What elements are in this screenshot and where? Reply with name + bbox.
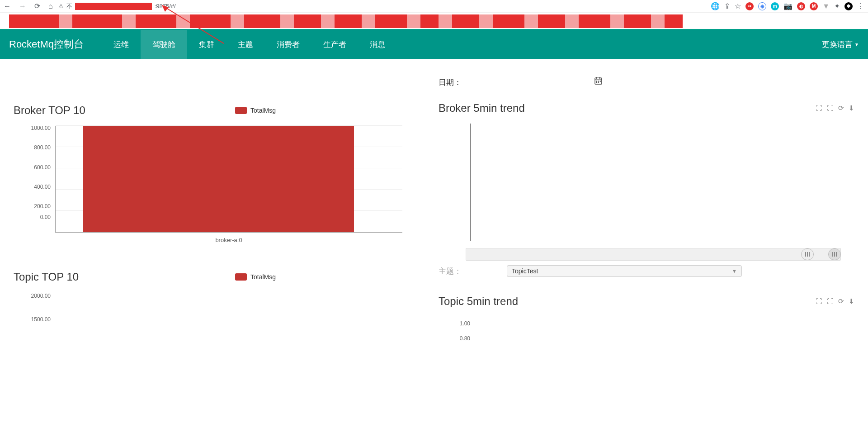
topic-select[interactable]: TopicTest ▼ <box>507 265 742 277</box>
nav-item-consumer[interactable]: 消费者 <box>265 30 311 59</box>
calendar-icon[interactable] <box>594 77 602 86</box>
broker-top10-chart: 0.00 200.00 400.00 600.00 800.00 1000.00… <box>27 126 402 243</box>
chevron-down-icon[interactable]: ▼ <box>822 2 830 10</box>
slider-handle-right[interactable] <box>828 248 841 260</box>
zoom-icon[interactable]: ⛶ <box>816 104 822 112</box>
zoom-icon[interactable]: ⛶ <box>816 297 822 305</box>
panel-topic-trend: Topic 5min trend ⛶ ⛶ ⟳ ⬇ 1.00 0.80 <box>439 295 854 344</box>
chart-tools: ⛶ ⛶ ⟳ ⬇ <box>816 104 854 112</box>
y-tick: 0.00 <box>40 214 51 220</box>
nav-item-message[interactable]: 消息 <box>358 30 397 59</box>
topic-select-value: TopicTest <box>512 267 732 275</box>
ext-icon-1[interactable]: •• <box>745 2 754 10</box>
translate-icon[interactable]: 🌐 <box>711 2 720 10</box>
topic-select-row: 主题： TopicTest ▼ <box>439 265 841 277</box>
svg-rect-5 <box>600 77 601 79</box>
legend[interactable]: TotalMsg <box>235 273 276 281</box>
date-label: 日期： <box>439 77 462 88</box>
panel-title: Broker 5min trend <box>439 102 525 114</box>
legend-label: TotalMsg <box>250 107 276 114</box>
legend-label: TotalMsg <box>250 273 276 281</box>
svg-rect-9 <box>596 82 597 83</box>
svg-rect-8 <box>600 81 601 82</box>
svg-rect-7 <box>598 81 599 82</box>
share-icon[interactable]: ⇪ <box>724 2 730 10</box>
x-label: broker-a:0 <box>55 237 402 243</box>
address-bar[interactable]: ⚠ 不 :9875/#/ <box>58 2 705 10</box>
ext-icon-2[interactable]: ◉ <box>758 2 766 10</box>
camera-icon[interactable]: 📷 <box>783 2 793 10</box>
brand[interactable]: RocketMq控制台 <box>9 38 84 51</box>
panel-title: Topic 5min trend <box>439 295 518 308</box>
time-slider[interactable] <box>466 248 841 261</box>
panel-topic-top10: Topic TOP 10 TotalMsg 2000.00 1500.00 <box>14 271 429 338</box>
home-icon[interactable]: ⌂ <box>48 2 53 10</box>
svg-rect-10 <box>598 82 599 83</box>
menu-icon[interactable]: ⋮ <box>857 2 864 10</box>
reset-zoom-icon[interactable]: ⛶ <box>827 104 834 112</box>
redacted-block <box>75 3 152 10</box>
topic-top10-chart: 2000.00 1500.00 <box>27 292 402 338</box>
url-warn: 不 <box>66 2 72 10</box>
censor-strip <box>0 13 868 30</box>
star-icon[interactable]: ☆ <box>735 2 741 10</box>
legend-swatch <box>235 273 247 281</box>
caret-down-icon: ▼ <box>732 268 737 274</box>
ext-icon-3[interactable]: m <box>771 2 779 10</box>
svg-line-0 <box>165 7 224 43</box>
download-icon[interactable]: ⬇ <box>849 297 854 305</box>
top-nav: RocketMq控制台 运维 驾驶舱 集群 主题 消费者 生产者 消息 更换语言… <box>0 30 868 59</box>
topic-label: 主题： <box>439 266 462 276</box>
nav-items: 运维 驾驶舱 集群 主题 消费者 生产者 消息 <box>102 30 397 59</box>
extension-icons: 🌐 ⇪ ☆ •• ◉ m 📷 ◐ M ▼ ✦ ✱ ⋮ <box>711 2 864 10</box>
arrow-annotation <box>160 4 233 49</box>
legend-swatch <box>235 107 247 114</box>
svg-rect-6 <box>596 81 597 82</box>
nav-item-producer[interactable]: 生产者 <box>311 30 358 59</box>
panel-title: Broker TOP 10 <box>14 104 85 117</box>
svg-rect-4 <box>597 77 598 79</box>
refresh-icon[interactable]: ⟳ <box>838 104 844 112</box>
download-icon[interactable]: ⬇ <box>849 104 854 112</box>
svg-marker-1 <box>162 5 169 12</box>
legend[interactable]: TotalMsg <box>235 107 276 114</box>
topic-trend-chart: 1.00 0.80 <box>452 317 845 344</box>
date-picker-row: 日期： <box>439 77 854 88</box>
browser-chrome: ← → ⟳ ⌂ ⚠ 不 :9875/#/ 🌐 ⇪ ☆ •• ◉ m 📷 ◐ M … <box>0 0 868 13</box>
caret-down-icon: ▼ <box>854 42 859 47</box>
panel-title: Topic TOP 10 <box>14 271 79 283</box>
back-icon[interactable]: ← <box>4 2 11 10</box>
ext-icon-6[interactable]: ✱ <box>844 2 853 10</box>
puzzle-icon[interactable]: ✦ <box>834 2 840 10</box>
refresh-icon[interactable]: ⟳ <box>838 297 844 305</box>
reset-zoom-icon[interactable]: ⛶ <box>827 297 834 305</box>
chart-tools: ⛶ ⛶ ⟳ ⬇ <box>816 297 854 305</box>
insecure-icon: ⚠ <box>58 3 64 10</box>
slider-handle-left[interactable] <box>801 248 814 260</box>
panel-broker-trend: Broker 5min trend ⛶ ⛶ ⟳ ⬇ 主题： TopicTe <box>439 102 854 277</box>
forward-icon[interactable]: → <box>19 2 26 10</box>
date-input[interactable] <box>480 77 584 88</box>
ext-icon-5[interactable]: M <box>810 2 818 10</box>
bar-broker-a[interactable] <box>83 126 354 232</box>
reload-icon[interactable]: ⟳ <box>34 2 40 10</box>
broker-trend-chart <box>452 124 845 241</box>
ext-icon-4[interactable]: ◐ <box>797 2 805 10</box>
nav-item-ops[interactable]: 运维 <box>102 30 141 59</box>
panel-broker-top10: Broker TOP 10 TotalMsg 0.00 200.00 400.0… <box>14 104 429 243</box>
lang-switch[interactable]: 更换语言 ▼ <box>822 39 859 50</box>
